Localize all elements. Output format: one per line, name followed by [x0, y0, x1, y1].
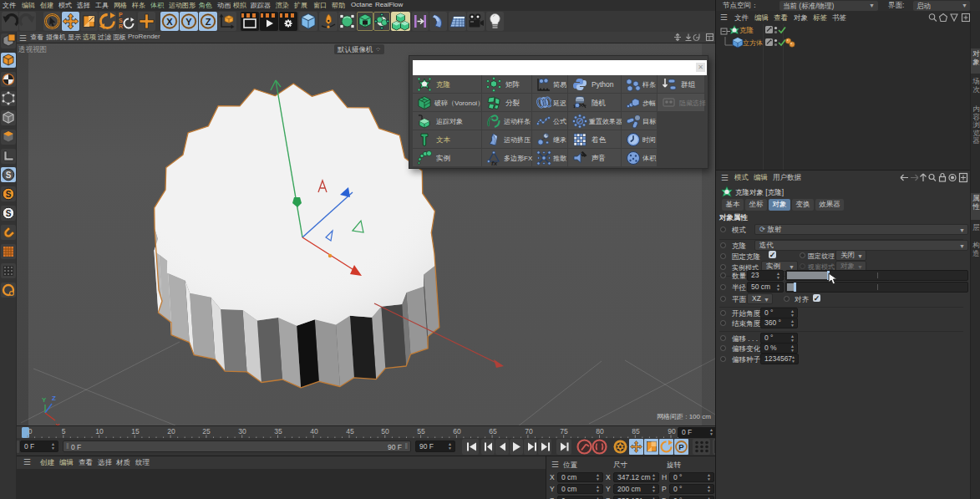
svg-text:5: 5 [62, 427, 66, 435]
svg-text:70: 70 [525, 427, 533, 435]
svg-text:X: X [166, 17, 173, 27]
svg-text:S: S [6, 171, 12, 180]
svg-text:S: S [6, 190, 12, 199]
svg-text:35: 35 [274, 427, 282, 435]
svg-text:P: P [678, 442, 684, 451]
svg-text:75: 75 [560, 427, 568, 435]
svg-text:15: 15 [131, 427, 140, 435]
svg-text:60: 60 [453, 427, 461, 435]
svg-text:Z: Z [206, 17, 211, 27]
svg-text:90: 90 [668, 427, 676, 435]
svg-text:30: 30 [238, 427, 246, 435]
svg-text:50: 50 [381, 427, 389, 435]
svg-text:85: 85 [632, 427, 640, 435]
svg-text:80: 80 [596, 427, 604, 435]
svg-text:55: 55 [417, 427, 425, 435]
svg-text:Z: Z [52, 395, 56, 402]
svg-text:25: 25 [202, 427, 211, 435]
svg-text:65: 65 [489, 427, 497, 435]
svg-text:0: 0 [28, 427, 33, 435]
svg-text:40: 40 [310, 427, 318, 435]
svg-text:Y: Y [42, 396, 47, 404]
svg-text:45: 45 [346, 427, 354, 435]
svg-text:Y: Y [185, 17, 192, 27]
svg-text:20: 20 [167, 427, 175, 435]
svg-text:fx: fx [491, 160, 498, 166]
svg-text:S: S [6, 209, 12, 218]
svg-text:10: 10 [95, 427, 104, 435]
